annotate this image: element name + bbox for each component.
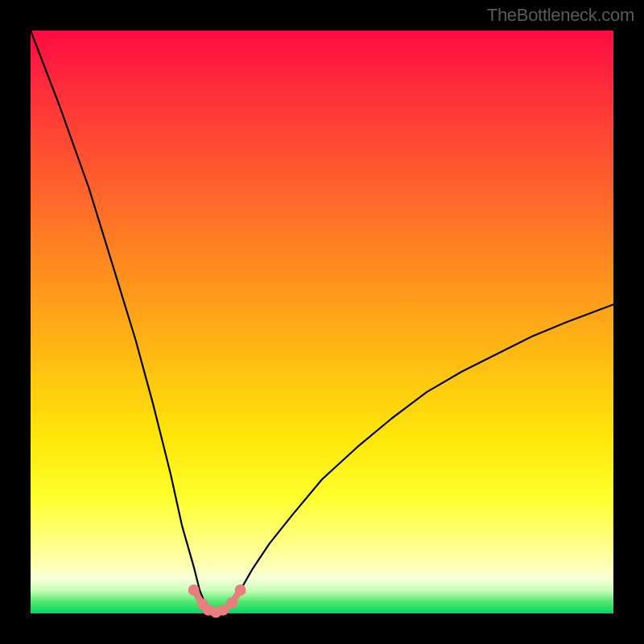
plot-area (31, 31, 613, 613)
trough-marker-dot (226, 597, 237, 609)
curve-path (31, 31, 613, 613)
trough-marker-dot (235, 584, 246, 596)
trough-markers (188, 584, 246, 618)
trough-marker-dot (217, 605, 229, 616)
chart-frame: TheBottleneck.com (0, 0, 644, 644)
trough-marker-dot (188, 584, 200, 596)
chart-svg (31, 31, 613, 613)
bottleneck-curve (31, 31, 613, 613)
watermark-text: TheBottleneck.com (487, 5, 634, 26)
